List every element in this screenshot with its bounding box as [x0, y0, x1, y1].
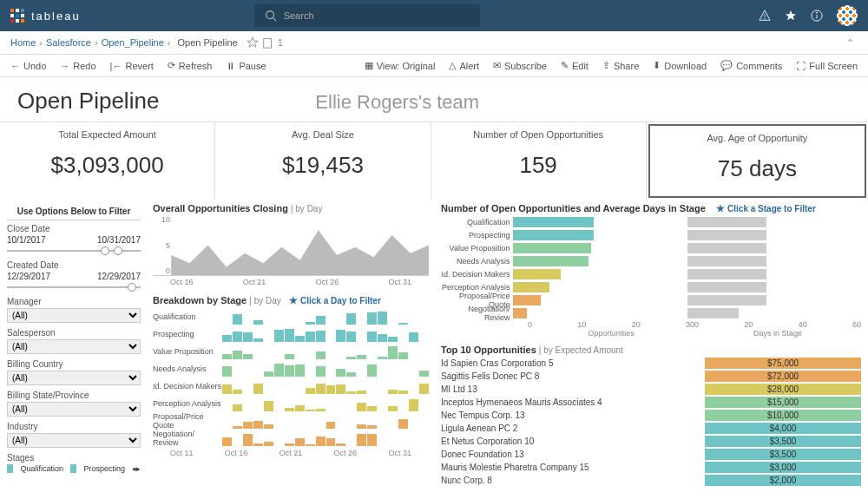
hbar-row[interactable]: Prospecting	[441, 229, 861, 241]
breakdown-stage-row[interactable]: Negotiation/ Review	[153, 430, 429, 447]
kpi-value: $3,093,000	[0, 152, 214, 179]
opps-bar	[513, 243, 591, 253]
right-column: Number of Open Opportunities and Average…	[434, 200, 868, 495]
breakdown-stage-row[interactable]: Id. Decision Makers	[153, 378, 429, 395]
alert-icon[interactable]	[759, 10, 771, 22]
industry-label: Industry	[7, 422, 141, 431]
hbar-row[interactable]: Id. Decision Makers	[441, 268, 861, 280]
breakdown-stage-row[interactable]: Needs Analysis	[153, 360, 429, 378]
hbar-stage-name: Prospecting	[441, 231, 513, 240]
legend-scroll-icon[interactable]: ◂▸	[132, 464, 141, 473]
opp-name: Ligula Aenean PC 2	[441, 423, 705, 433]
opps-bar	[513, 282, 549, 292]
breakdown-stage-row[interactable]: Qualification	[153, 308, 429, 325]
breakdown-stage-row[interactable]: Prospecting	[153, 325, 429, 343]
billing-state-label: Billing State/Province	[7, 391, 141, 400]
billing-country-label: Billing Country	[7, 359, 141, 369]
close-date-slider[interactable]	[7, 246, 141, 255]
axis2-label: Days in Stage	[694, 329, 861, 338]
kpi-card[interactable]: Total Expected Amount$3,093,000	[0, 122, 215, 200]
opp-amount: $15,000	[705, 397, 861, 408]
top10-row[interactable]: Mauris Molestie Pharetra Company 15$3,00…	[441, 461, 861, 474]
top10-row[interactable]: Donec Foundation 13$3,500	[441, 448, 861, 461]
star-icon[interactable]	[785, 10, 797, 22]
breadcrumb-salesforce[interactable]: Salesforce	[46, 37, 91, 48]
legend-item: Qualification	[20, 464, 63, 473]
opp-amount: $3,500	[705, 449, 861, 460]
subscribe-button[interactable]: ✉Subscribe	[490, 58, 550, 73]
stages-legend: Qualification Prospecting ◂▸	[7, 464, 141, 473]
breadcrumb-openpipeline-wb[interactable]: Open_Pipeline	[102, 37, 164, 48]
breakdown-title: Breakdown by Stage | by Day ★ Click a Da…	[153, 295, 429, 306]
stage-name: Needs Analysis	[153, 364, 222, 373]
top10-row[interactable]: Id Sapien Cras Corporation 5$75,000	[441, 357, 861, 370]
top10-row[interactable]: Nunc Corp. 8$2,000	[441, 474, 861, 487]
breadcrumb-home[interactable]: Home	[10, 37, 36, 48]
open-opps-filter-link[interactable]: Click a Stage to Filter	[727, 204, 816, 213]
breakdown-stage-row[interactable]: Perception Analysis	[153, 395, 429, 412]
top10-row[interactable]: Ligula Aenean PC 2$4,000	[441, 422, 861, 435]
days-bar	[687, 243, 767, 253]
breakdown-stage-row[interactable]: Proposal/Price Quote	[153, 412, 429, 430]
hbar-stage-name: Qualification	[441, 218, 513, 227]
filter-header: Use Options Below to Filter	[7, 203, 141, 220]
search-box[interactable]: Search	[254, 4, 480, 27]
salesperson-select[interactable]: (All)	[7, 339, 141, 354]
top10-row[interactable]: Sagittis Felis Donec PC 8$72,000	[441, 370, 861, 383]
opp-name: Nunc Corp. 8	[441, 476, 705, 485]
download-button[interactable]: ⬇Download	[649, 58, 710, 73]
hbar-row[interactable]: Negotiation/ Review	[441, 307, 861, 319]
opps-bar	[513, 295, 541, 305]
comments-button[interactable]: 💬Comments	[717, 58, 786, 73]
pause-button[interactable]: ⏸Pause	[222, 59, 269, 73]
opp-amount: $3,500	[705, 436, 861, 447]
collapse-icon[interactable]: ⌃	[846, 37, 854, 49]
user-avatar[interactable]	[837, 5, 858, 26]
undo-button[interactable]: ←Undo	[7, 59, 49, 73]
billing-state-select[interactable]: (All)	[7, 402, 141, 417]
breakdown-filter-link[interactable]: Click a Day to Filter	[300, 296, 381, 305]
breakdown-stage-row[interactable]: Value Proposition	[153, 343, 429, 360]
edit-button[interactable]: ✎Edit	[557, 58, 592, 73]
manager-select[interactable]: (All)	[7, 308, 141, 323]
favorite-star-icon[interactable]	[247, 36, 259, 49]
opp-amount: $28,000	[705, 384, 861, 395]
top10-row[interactable]: MI Ltd 13$28,000	[441, 383, 861, 396]
hbar-row[interactable]: Qualification	[441, 216, 861, 228]
industry-select[interactable]: (All)	[7, 433, 141, 448]
revert-button[interactable]: |←Revert	[107, 59, 157, 73]
kpi-card[interactable]: Avg. Deal Size$19,453	[215, 122, 431, 200]
overall-area-chart[interactable]: 1050	[153, 215, 429, 276]
share-button[interactable]: ⇪Share	[599, 58, 642, 73]
kpi-card[interactable]: Number of Open Opportunities159	[431, 122, 647, 200]
stage-name: Id. Decision Makers	[153, 382, 222, 391]
hbar-row[interactable]: Needs Analysis	[441, 255, 861, 267]
kpi-value: 159	[431, 152, 646, 179]
close-date-to: 10/31/2017	[97, 235, 141, 245]
tableau-logo[interactable]: tableau	[10, 9, 81, 23]
opps-bar	[513, 256, 589, 266]
redo-button[interactable]: →Redo	[56, 59, 99, 73]
search-placeholder: Search	[284, 10, 314, 21]
kpi-card[interactable]: Avg. Age of Opportunity75 days	[648, 124, 866, 198]
top10-row[interactable]: Et Netus Corporation 10$3,500	[441, 435, 861, 448]
view-button[interactable]: ▦View: Original	[361, 58, 439, 73]
info-icon[interactable]	[811, 10, 823, 22]
toolbar: ←Undo →Redo |←Revert ⟳Refresh ⏸Pause ▦Vi…	[0, 55, 868, 77]
opp-amount: $10,000	[705, 410, 861, 421]
opp-name: Nec Tempus Corp. 13	[441, 410, 705, 420]
refresh-button[interactable]: ⟳Refresh	[164, 58, 216, 73]
kpi-value: 75 days	[650, 155, 865, 182]
created-date-slider[interactable]	[7, 283, 141, 292]
top10-row[interactable]: Inceptos Hymenaeos Mauris Associates 4$1…	[441, 396, 861, 409]
opp-name: Id Sapien Cras Corporation 5	[441, 358, 705, 368]
billing-country-select[interactable]: (All)	[7, 371, 141, 385]
hbar-row[interactable]: Value Proposition	[441, 242, 861, 254]
alert-button[interactable]: △Alert	[445, 58, 483, 73]
opp-name: Donec Foundation 13	[441, 450, 705, 459]
fullscreen-button[interactable]: ⛶Full Screen	[792, 59, 861, 73]
close-date-label: Close Date	[7, 224, 141, 233]
top10-row[interactable]: Nec Tempus Corp. 13$10,000	[441, 409, 861, 422]
close-date-from: 10/1/2017	[7, 235, 46, 245]
kpi-row: Total Expected Amount$3,093,000Avg. Deal…	[0, 121, 868, 200]
